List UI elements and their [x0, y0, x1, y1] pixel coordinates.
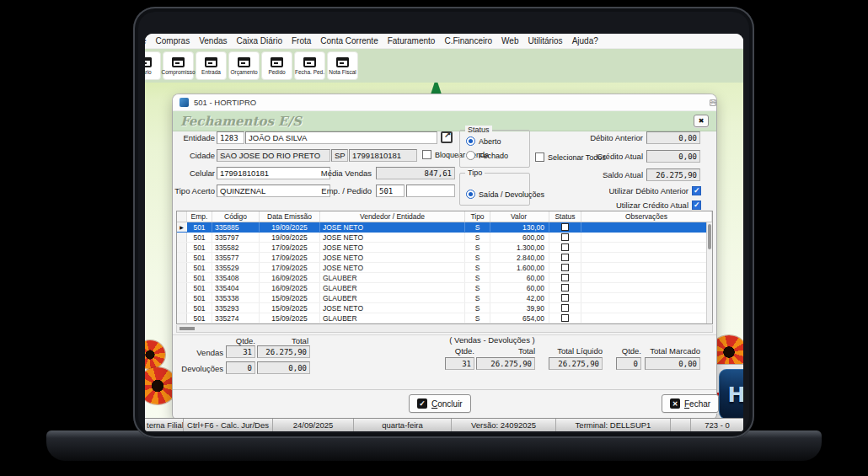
table-row[interactable]: 501 335338 15/09/2025 GLAUBER S 42,00	[177, 293, 706, 303]
menu-item-compras[interactable]: Compras	[156, 36, 190, 45]
debito-anterior-label: Débito Anterior	[544, 131, 643, 144]
row-status-checkbox[interactable]	[561, 223, 569, 231]
table-row[interactable]: 501 335577 17/09/2025 JOSE NETO S 2.840,…	[177, 253, 706, 263]
table-row[interactable]: 501 335797 19/09/2025 JOSE NETO S 600,00	[177, 233, 706, 243]
menu-item-truncated[interactable]: e	[145, 36, 147, 45]
uf-field[interactable]: SP	[331, 149, 348, 162]
toolbar-button-orcamento[interactable]: Orçamento	[228, 51, 260, 80]
row-marker-icon	[177, 222, 187, 232]
col-observacoes[interactable]: Observações	[581, 211, 712, 222]
table-row[interactable]: 501 335582 17/09/2025 JOSE NETO S 1.300,…	[177, 243, 706, 253]
table-row[interactable]: 501 335293 15/09/2025 JOSE NETO S 39,90	[177, 303, 706, 313]
col-status[interactable]: Status	[549, 211, 581, 222]
window-titlebar[interactable]: 501 - HORTIPRO ✕	[173, 94, 716, 111]
cidade-field[interactable]: SAO JOSE DO RIO PRETO	[217, 149, 330, 162]
bloquear-venda-checkbox[interactable]	[422, 150, 431, 159]
menu-item-ajuda[interactable]: Ajuda?	[572, 36, 598, 45]
col-valor[interactable]: Valor	[490, 211, 549, 222]
radio-aberto[interactable]	[466, 136, 475, 146]
pedido-field[interactable]	[406, 185, 455, 197]
col-tipo[interactable]: Tipo	[465, 211, 490, 222]
statusbar-terminal: Terminal: DELLSUP1	[556, 419, 671, 431]
col-emp[interactable]: Emp.	[187, 211, 212, 222]
telefone-field[interactable]: 17991810181	[349, 149, 417, 162]
menu-item-faturamento[interactable]: Faturamento	[388, 36, 436, 45]
row-observacoes	[581, 222, 706, 232]
radio-saida-devolucoes[interactable]	[466, 190, 475, 199]
col-data-emissao[interactable]: Data Emissão	[260, 211, 320, 222]
open-entity-icon[interactable]	[441, 131, 453, 143]
row-status-checkbox[interactable]	[561, 233, 569, 241]
fechar-button[interactable]: Fechar	[662, 394, 719, 413]
entidade-label: Entidade	[173, 131, 215, 144]
radio-fechado[interactable]	[466, 151, 475, 160]
qtde-header: Qtde.	[613, 346, 641, 356]
toolbar-button-diario[interactable]: dário	[145, 51, 161, 80]
h-logo-icon: H	[728, 382, 743, 407]
scrollbar-thumb[interactable]	[708, 224, 711, 249]
utilizar-debito-checkbox[interactable]	[692, 186, 701, 195]
concluir-button[interactable]: Concluir	[409, 394, 471, 413]
sales-grid: Emp. Código Data Emissão Vendedor / Enti…	[176, 211, 713, 324]
table-row[interactable]: 501 335404 16/09/2025 GLAUBER S 60,00	[177, 283, 706, 293]
statusbar-version: Versão: 24092025	[452, 419, 556, 431]
row-observacoes	[581, 293, 706, 302]
utilizar-credito-checkbox[interactable]	[692, 201, 701, 210]
emp-pedido-field[interactable]: 501	[376, 185, 405, 197]
status-group-legend: Status	[465, 126, 492, 134]
entidade-name-field[interactable]: JOÃO DA SILVA	[245, 131, 437, 144]
window-header-band: Fechamentos E/S	[173, 111, 716, 131]
statusbar-counter: 723 - 0	[691, 419, 743, 431]
total-liquido-header: Total Líquido	[544, 346, 603, 356]
row-observacoes	[581, 313, 706, 323]
page-title: Fechamentos E/S	[180, 114, 302, 129]
status-groupbox: Status Aberto Fechado	[459, 130, 530, 168]
table-row[interactable]: 501 335274 15/09/2025 GLAUBER S 654,00	[177, 313, 706, 324]
table-row[interactable]: 501 335885 19/09/2025 JOSE NETO S 130,00	[177, 222, 706, 233]
horizontal-scrollbar[interactable]	[176, 325, 713, 333]
menu-item-cfinanceiro[interactable]: C.Financeiro	[444, 36, 492, 45]
fechamentos-window: 501 - HORTIPRO ✕ Fechamentos E/S Entidad…	[173, 94, 716, 419]
toolbar-button-compromisso[interactable]: Compromisso	[163, 51, 194, 80]
row-status-checkbox[interactable]	[561, 243, 569, 251]
vertical-scrollbar[interactable]	[706, 222, 712, 324]
table-row[interactable]: 501 335529 17/09/2025 JOSE NETO S 1.600,…	[177, 263, 706, 273]
total-marcado-header: Total Marcado	[643, 346, 700, 356]
hortipro-logo-tile: H	[719, 369, 743, 420]
row-status-checkbox[interactable]	[561, 274, 569, 281]
entidade-code-field[interactable]: 1283	[217, 131, 244, 144]
row-status-checkbox[interactable]	[561, 264, 569, 271]
row-status-checkbox[interactable]	[561, 314, 569, 322]
menu-item-conta-corrente[interactable]: Conta Corrente	[320, 36, 378, 45]
menu-item-vendas[interactable]: Vendas	[199, 36, 227, 45]
celular-label: Celular	[173, 167, 215, 179]
vendas-devolucoes-caption: ( Vendas - Devoluções )	[447, 335, 537, 345]
devolucoes-qtde-field: 0	[226, 361, 255, 374]
panel-close-button[interactable]	[694, 115, 709, 127]
menu-item-caixa-diario[interactable]: Caixa Diário	[237, 36, 282, 45]
row-status-checkbox[interactable]	[561, 304, 569, 312]
calendar-icon	[145, 57, 152, 67]
close-icon[interactable]: ✕	[710, 99, 716, 107]
row-status-checkbox[interactable]	[561, 284, 569, 291]
toolbar-button-nota-fiscal[interactable]: Nota Fiscal	[327, 51, 358, 80]
toolbar-button-entrada[interactable]: Entrada	[196, 51, 227, 80]
toolbar-button-fecha-ped[interactable]: Fecha. Ped.	[294, 51, 325, 80]
col-codigo[interactable]: Código	[212, 211, 260, 222]
row-status-checkbox[interactable]	[561, 294, 569, 302]
tipo-group-legend: Tipo	[465, 168, 485, 177]
row-status-checkbox[interactable]	[561, 254, 569, 261]
calendar-icon	[238, 57, 250, 67]
statusbar-spacer	[671, 419, 691, 431]
menu-item-web[interactable]: Web	[501, 36, 518, 45]
table-row[interactable]: 501 335408 16/09/2025 GLAUBER S 60,00	[177, 273, 706, 283]
scrollbar-thumb[interactable]	[179, 327, 195, 330]
toolbar-button-pedido[interactable]: Pedido	[261, 51, 292, 80]
menu-item-frota[interactable]: Frota	[292, 36, 311, 45]
menu-item-utilitarios[interactable]: Utilitários	[528, 36, 563, 45]
col-vendedor[interactable]: Vendedor / Entidade	[320, 211, 465, 222]
vendas-label: Vendas	[178, 346, 223, 359]
calendar-icon	[336, 57, 349, 67]
saldo-atual-label: Saldo Atual	[544, 168, 643, 181]
cidade-label: Cidade	[173, 149, 215, 162]
